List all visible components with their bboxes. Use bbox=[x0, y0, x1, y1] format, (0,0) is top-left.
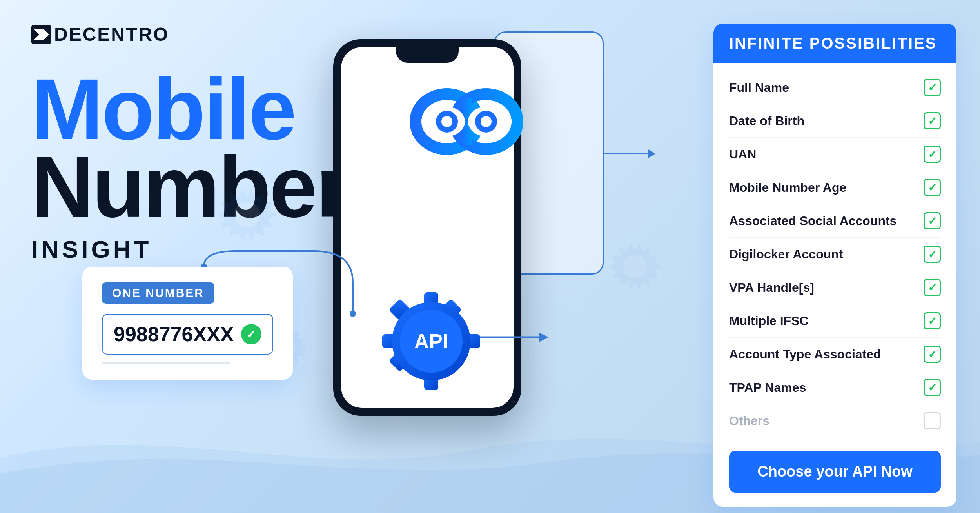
phone-input-display: 9988776XXX ✓ bbox=[102, 314, 273, 355]
panel-header: INFINITE POSSIBILITIES bbox=[713, 24, 956, 63]
panel-header-text: INFINITE POSSIBILITIES bbox=[729, 35, 941, 52]
checkbox-checked[interactable] bbox=[924, 146, 941, 163]
checkbox-checked[interactable] bbox=[924, 179, 941, 196]
cta-button[interactable]: Choose your API Now bbox=[729, 451, 941, 493]
panel-item: UAN bbox=[729, 138, 941, 171]
checkbox-checked[interactable] bbox=[924, 112, 941, 129]
hero-mobile: Mobile bbox=[31, 71, 348, 148]
panel-item: Full Name bbox=[729, 71, 941, 104]
logo: DECENTRO bbox=[31, 24, 169, 45]
api-gear-container: API bbox=[380, 290, 482, 394]
panel-item: Associated Social Accounts bbox=[729, 204, 941, 238]
svg-marker-28 bbox=[539, 333, 549, 342]
panel-item-label: Account Type Associated bbox=[729, 347, 881, 362]
checkbox-unchecked[interactable] bbox=[924, 412, 941, 429]
svg-text:API: API bbox=[414, 330, 448, 353]
panel-item-label: Date of Birth bbox=[729, 114, 804, 128]
one-number-label: ONE NUMBER bbox=[102, 282, 214, 304]
hero-number: Number bbox=[31, 148, 348, 226]
possibilities-panel: INFINITE POSSIBILITIES Full NameDate of … bbox=[713, 24, 956, 507]
panel-item: VPA Handle[s] bbox=[729, 271, 941, 304]
panel-item-label: Mobile Number Age bbox=[729, 180, 846, 195]
input-underline bbox=[102, 362, 230, 364]
cta-label: Choose your API Now bbox=[757, 463, 913, 480]
panel-item-label: Multiple IFSC bbox=[729, 314, 809, 328]
hero-section: Mobile Number INSIGHT bbox=[31, 71, 348, 263]
logo-text: DECENTRO bbox=[54, 24, 169, 45]
checkbox-checked[interactable] bbox=[924, 79, 941, 96]
panel-item-label: Digilocker Account bbox=[729, 247, 843, 262]
panel-item: Account Type Associated bbox=[729, 338, 941, 371]
panel-item-label: TPAP Names bbox=[729, 380, 806, 395]
panel-item-label: UAN bbox=[729, 147, 756, 162]
panel-item: Mobile Number Age bbox=[729, 171, 941, 204]
svg-point-15 bbox=[481, 116, 492, 127]
checkbox-checked[interactable] bbox=[924, 212, 941, 229]
panel-item: Multiple IFSC bbox=[729, 304, 941, 338]
panel-item: TPAP Names bbox=[729, 371, 941, 404]
arrow-to-panel bbox=[604, 153, 651, 154]
checkbox-checked[interactable] bbox=[924, 279, 941, 296]
checkbox-checked[interactable] bbox=[924, 379, 941, 396]
phone-number: 9988776XXX bbox=[114, 322, 234, 346]
panel-item: Date of Birth bbox=[729, 104, 941, 138]
panel-item-label: VPA Handle[s] bbox=[729, 280, 814, 295]
checkbox-checked[interactable] bbox=[924, 312, 941, 329]
api-arrow bbox=[470, 329, 549, 345]
svg-point-14 bbox=[441, 116, 452, 127]
svg-point-0 bbox=[234, 202, 260, 228]
checkbox-checked[interactable] bbox=[924, 246, 941, 263]
verified-check: ✓ bbox=[241, 324, 261, 344]
logo-icon bbox=[31, 25, 51, 44]
phone-notch bbox=[396, 47, 459, 63]
gear-svg: API bbox=[380, 290, 482, 392]
infinity-symbol bbox=[400, 86, 533, 158]
panel-items-list: Full NameDate of BirthUANMobile Number A… bbox=[713, 63, 956, 441]
panel-item: Others bbox=[729, 404, 941, 437]
svg-point-2 bbox=[623, 255, 647, 278]
panel-item: Digilocker Account bbox=[729, 238, 941, 271]
one-number-card: ONE NUMBER 9988776XXX ✓ bbox=[82, 267, 293, 380]
panel-item-label: Others bbox=[729, 414, 769, 428]
panel-item-label: Associated Social Accounts bbox=[729, 214, 897, 228]
panel-item-label: Full Name bbox=[729, 80, 789, 95]
checkbox-checked[interactable] bbox=[924, 346, 941, 363]
svg-point-6 bbox=[350, 311, 356, 317]
